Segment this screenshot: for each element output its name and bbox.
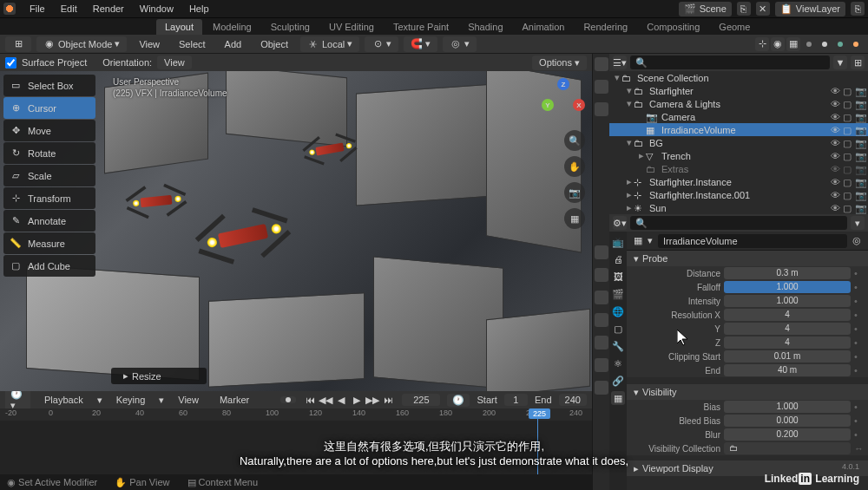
restrict-icon[interactable]: ▢ [843, 138, 852, 147]
play-reverse-icon[interactable]: ◀ [334, 394, 348, 406]
render-icon[interactable]: 📷 [855, 164, 865, 173]
gizmo-z[interactable]: Z [557, 78, 569, 90]
render-icon[interactable]: 📷 [855, 151, 865, 160]
keyframe-dot-icon[interactable]: • [854, 296, 861, 306]
tl-marker[interactable]: Marker [213, 393, 256, 407]
tb-view[interactable]: View [132, 37, 167, 51]
outliner-row[interactable]: ▾🗀BG👁▢📷 [609, 136, 868, 149]
ws-compositing[interactable]: Compositing [638, 19, 708, 35]
current-frame[interactable]: 225 [402, 394, 440, 406]
viewlayer-new-icon[interactable]: ⎘ [851, 2, 865, 16]
properties-search[interactable]: 🔍 [630, 216, 847, 230]
outliner-tree[interactable]: ▾🗀 Scene Collection ▾🗀Starfighter👁▢📷▾🗀Ca… [609, 71, 868, 214]
tool-rotate[interactable]: ↻Rotate [3, 142, 95, 164]
tool-move[interactable]: ✥Move [3, 120, 95, 141]
tool-select-box[interactable]: ▭Select Box [3, 75, 95, 96]
tool-annotate[interactable]: ✎Annotate [3, 210, 95, 232]
ws-geometry[interactable]: Geome [710, 19, 759, 35]
restrict-icon[interactable]: ▢ [843, 203, 852, 212]
outliner-row[interactable]: 🗀Extras👁▢📷 [609, 162, 868, 175]
render-icon[interactable]: 📷 [855, 177, 865, 186]
ws-uvediting[interactable]: UV Editing [320, 19, 383, 35]
eye-icon[interactable]: 👁 [831, 203, 840, 212]
proptab-object[interactable]: ▢ [611, 322, 625, 336]
properties-options-icon[interactable]: ▾ [851, 216, 865, 230]
proptab-data[interactable]: ▦ [611, 391, 625, 405]
ws-layout[interactable]: Layout [156, 19, 202, 35]
proptab-constraint[interactable]: 🔗 [611, 374, 625, 388]
eye-icon[interactable]: 👁 [831, 138, 840, 147]
proptab-modifier[interactable]: 🔧 [611, 339, 625, 353]
eye-icon[interactable]: 👁 [831, 164, 840, 173]
camera-view-icon[interactable]: 📷 [564, 182, 585, 203]
gizmo-y[interactable]: Y [542, 99, 554, 111]
ws-animation[interactable]: Animation [514, 19, 574, 35]
probe-panel-header[interactable]: ▾Probe [627, 251, 868, 266]
keyframe-dot-icon[interactable]: • [854, 268, 861, 278]
editor-type-icon[interactable]: ⊞ [5, 36, 31, 52]
tb-select[interactable]: Select [172, 37, 213, 51]
gizmo-x[interactable]: X [573, 99, 585, 111]
restrict-icon[interactable]: ▢ [843, 112, 852, 121]
nav-gizmo[interactable]: Z Y X [542, 78, 585, 121]
matprev-icon[interactable] [833, 37, 847, 51]
render-icon[interactable]: 📷 [855, 203, 865, 212]
sidebar-view-icon[interactable] [595, 102, 608, 116]
sidebar-f-icon[interactable] [595, 358, 608, 372]
outliner-row[interactable]: ▸⊹Starfighter.Instance👁▢📷 [609, 175, 868, 188]
pan-icon[interactable]: ✋ [564, 156, 585, 177]
prop-value[interactable]: 1.000 [724, 295, 851, 307]
sidebar-g-icon[interactable] [595, 381, 608, 395]
proptab-scene[interactable]: 🎬 [611, 287, 625, 301]
autokey-toggle[interactable] [280, 396, 296, 403]
prop-value[interactable]: 0.000 [724, 415, 851, 427]
tool-cursor[interactable]: ⊕Cursor [3, 97, 95, 119]
restrict-icon[interactable]: ▢ [843, 177, 852, 186]
keyframe-dot-icon[interactable]: • [854, 337, 861, 348]
eye-icon[interactable]: 👁 [831, 177, 840, 186]
collection-picker[interactable]: 🗀 [724, 442, 851, 454]
prop-value[interactable]: 40 m [724, 364, 851, 376]
sidebar-item-icon[interactable] [595, 57, 608, 71]
ws-sculpting[interactable]: Sculpting [262, 19, 319, 35]
prop-value[interactable]: 1.000 [724, 401, 851, 413]
restrict-icon[interactable]: ▢ [843, 125, 852, 134]
tool-scale[interactable]: ▱Scale [3, 165, 95, 186]
sidebar-tool-icon[interactable] [595, 80, 608, 94]
outliner-row[interactable]: ▸☀Sun👁▢📷 [609, 201, 868, 214]
outliner-search[interactable]: 🔍 [630, 56, 830, 69]
play-icon[interactable]: ▶ [350, 394, 364, 406]
ws-texturepaint[interactable]: Texture Paint [385, 19, 457, 35]
restrict-icon[interactable]: ▢ [843, 164, 852, 173]
proptab-viewlayer[interactable]: 🖼 [611, 270, 625, 284]
wireframe-icon[interactable] [802, 37, 816, 51]
jump-end-icon[interactable]: ⏭ [381, 394, 395, 406]
tool-measure[interactable]: 📏Measure [3, 232, 95, 254]
menu-edit[interactable]: Edit [54, 2, 84, 16]
keyframe-dot-icon[interactable]: • [854, 282, 861, 292]
properties-type-icon[interactable]: ⚙▾ [613, 216, 627, 230]
keyframe-dot-icon[interactable]: • [854, 402, 861, 412]
scene-selector[interactable]: 🎬 Scene [679, 2, 732, 16]
filter-icon[interactable]: ▼ [833, 56, 847, 69]
keyframe-dot-icon[interactable]: • [854, 323, 861, 334]
keyframe-dot-icon[interactable]: • [854, 429, 861, 440]
menu-window[interactable]: Window [133, 2, 181, 16]
restrict-icon[interactable]: ▢ [843, 86, 852, 95]
tb-object[interactable]: Object [253, 37, 295, 51]
solid-icon[interactable] [818, 37, 832, 51]
render-icon[interactable]: 📷 [855, 86, 865, 95]
sidebar-a-icon[interactable] [595, 245, 608, 259]
perspective-icon[interactable]: ▦ [564, 208, 585, 229]
show-gizmo-icon[interactable]: ⊹ [755, 37, 769, 51]
next-key-icon[interactable]: ▶▶ [365, 394, 379, 406]
preview-range-icon[interactable]: 🕐 [447, 394, 470, 407]
tb-add[interactable]: Add [218, 37, 249, 51]
object-name-field[interactable]: IrradianceVolume [658, 234, 847, 248]
eye-icon[interactable]: 👁 [831, 112, 840, 121]
sidebar-b-icon[interactable] [595, 268, 608, 282]
options-dropdown[interactable]: Options ▾ [532, 56, 587, 70]
outliner-scene-collection[interactable]: ▾🗀 Scene Collection [609, 71, 868, 84]
render-icon[interactable]: 📷 [855, 112, 865, 121]
outliner-type-icon[interactable]: ☰▾ [613, 56, 627, 69]
